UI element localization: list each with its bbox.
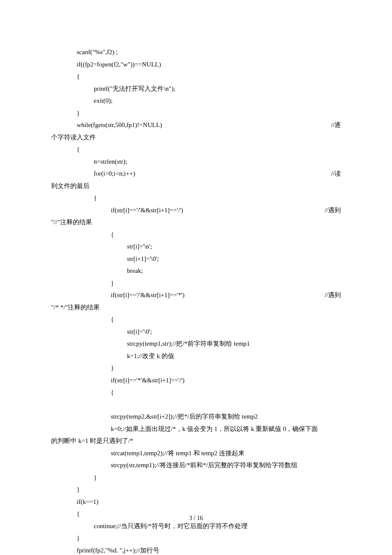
code-text: for(i=0;i<n;i++) (94, 168, 135, 180)
code-line: if((fp2=fopen(f2,"w"))==NULL) (51, 58, 341, 71)
code-wrap-line: 的判断中 k=1 时是只遇到了/* (51, 435, 341, 447)
code-line: strcpy(temp1,str);//把/*前字符串复制给 temp1 (51, 338, 341, 350)
code-line: { (51, 143, 341, 156)
code-line: strcpy(temp2,&str[i+2]);//把*/后的字符串复制给 te… (51, 410, 341, 423)
code-line: strcpy(str,temp1);//将连接后/*前和*/后完整的字符串复制给… (51, 459, 341, 471)
code-line: { (51, 228, 341, 241)
code-line: if(k==1) (51, 496, 341, 508)
code-line: { (51, 70, 341, 83)
code-line: } (51, 362, 341, 374)
document-page: scanf("%s",f2) ;if((fp2=fopen(f2,"w"))==… (51, 46, 341, 555)
code-wrap-line: 到文件的最后 (51, 180, 341, 192)
code-wrap-line: "//"注释的结果 (51, 216, 341, 228)
code-line: scanf("%s",f2) ; (51, 46, 341, 58)
code-line (51, 399, 341, 411)
code-line: exit(0); (51, 95, 341, 107)
code-line: for(i=0;i<n;i++)//读到文件的最后 (51, 168, 341, 192)
code-line: n=strlen(str); (51, 156, 341, 168)
code-line: if(str[i]=='/'&&str[i+1]=='*')//遇到"/* */… (51, 289, 341, 313)
code-line: { (51, 313, 341, 326)
code-text: if(str[i]=='/'&&str[i+1]=='/') (111, 204, 183, 217)
code-line: str[i+1]='\0'; (51, 253, 341, 265)
code-line: str[i]='\0'; (51, 326, 341, 338)
code-line: } (51, 483, 341, 496)
code-content: scanf("%s",f2) ;if((fp2=fopen(f2,"w"))==… (51, 46, 341, 555)
code-line: fprintf(fp2,"%d. ",j++);//加行号 (51, 544, 341, 555)
code-line: printf("无法打开写入文件\n"); (51, 83, 341, 95)
code-line: { (51, 386, 341, 399)
code-wrap-line: "/* */"注释的结果 (51, 301, 341, 314)
code-line: } (51, 532, 341, 544)
code-line: k=0;//如果上面出现过/*，k 值会变为 1，所以以将 k 重新赋值 0，确… (51, 423, 341, 435)
code-text: while(fgets(str,500,fp1)!=NULL) (77, 119, 162, 131)
code-line: strcat(temp1,temp2);//将 temp1 和 temp2 连接… (51, 447, 341, 460)
code-text: if(str[i]=='/'&&str[i+1]=='*') (111, 289, 184, 301)
code-comment: //读 (331, 168, 341, 180)
code-comment: //遇到 (325, 289, 341, 301)
code-line: str[i]='\n'; (51, 240, 341, 253)
page-number: 3 / 16 (189, 515, 203, 521)
code-line: { (51, 192, 341, 204)
code-comment: //逐 (331, 119, 341, 131)
code-line: } (51, 471, 341, 484)
code-line: if(str[i]=='/'&&str[i+1]=='/')//遇到"//"注释… (51, 204, 341, 228)
code-line: break; (51, 265, 341, 277)
code-line: while(fgets(str,500,fp1)!=NULL)//逐个字符读入文… (51, 119, 341, 143)
page-footer: 3 / 16 (0, 513, 392, 524)
code-line: } (51, 107, 341, 119)
code-line: } (51, 277, 341, 289)
code-wrap-line: 个字符读入文件 (51, 131, 341, 144)
code-line: k=1;//改变 k 的值 (51, 350, 341, 362)
code-line: if(str[i]=='*'&&str[i+1]=='/') (51, 374, 341, 387)
code-comment: //遇到 (325, 204, 341, 217)
